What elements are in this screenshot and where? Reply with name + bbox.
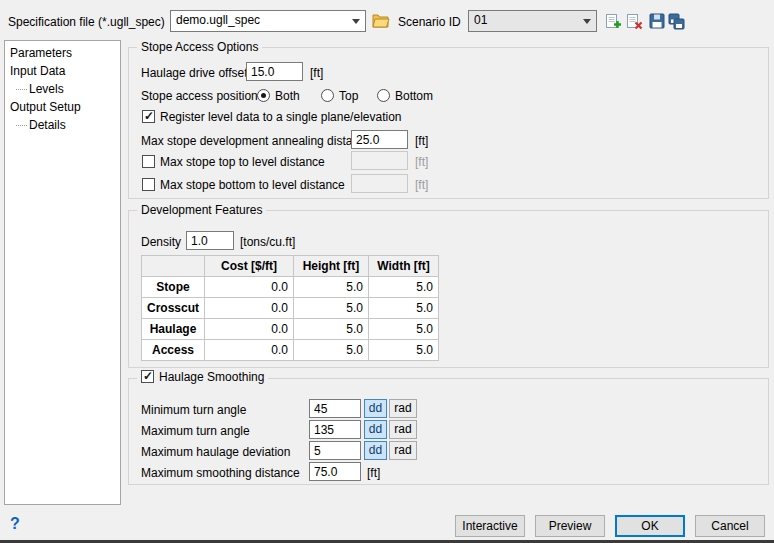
preview-button[interactable]: Preview — [535, 515, 605, 537]
max-stope-top-label: Max stope top to level distance — [160, 155, 325, 169]
help-icon[interactable]: ? — [10, 515, 20, 533]
radio-both-label: Both — [275, 89, 300, 103]
sidebar-item-details[interactable]: Details — [5, 116, 120, 134]
cancel-button[interactable]: Cancel — [695, 515, 765, 537]
density-unit: [tons/cu.ft] — [240, 235, 295, 249]
radio-top[interactable] — [321, 89, 334, 102]
radio-bottom[interactable] — [377, 89, 390, 102]
corner-header-cell — [142, 256, 205, 277]
sidebar-item-label: Details — [29, 118, 66, 132]
height-cell[interactable]: 5.0 — [294, 298, 369, 319]
tree-connector — [16, 125, 27, 126]
density-label: Density — [141, 235, 181, 249]
sidebar-item-label: Output Setup — [10, 100, 81, 114]
sidebar-item-levels[interactable]: Levels — [5, 80, 120, 98]
open-folder-icon[interactable] — [372, 13, 390, 30]
max-stope-bottom-checkbox[interactable] — [142, 178, 155, 191]
annealing-distance-input[interactable] — [351, 130, 408, 149]
height-cell[interactable]: 5.0 — [294, 319, 369, 340]
chevron-down-icon — [583, 19, 591, 24]
min-turn-angle-label: Minimum turn angle — [141, 403, 246, 417]
haulage-drive-offset-unit: [ft] — [310, 66, 323, 80]
max-haulage-deviation-input[interactable] — [309, 441, 361, 460]
max-turn-angle-label: Maximum turn angle — [141, 424, 250, 438]
radio-top-label: Top — [339, 89, 358, 103]
max-stope-top-unit: [ft] — [415, 155, 428, 169]
save-icon[interactable] — [649, 13, 667, 30]
table-row: Stope 0.0 5.0 5.0 — [142, 277, 439, 298]
cost-cell[interactable]: 0.0 — [205, 340, 294, 361]
table-row: Haulage 0.0 5.0 5.0 — [142, 319, 439, 340]
scenario-id-label: Scenario ID — [398, 15, 461, 29]
sidebar-item-parameters[interactable]: Parameters — [5, 44, 120, 62]
max-stope-top-checkbox[interactable] — [142, 155, 155, 168]
max-haulage-deviation-dd-button[interactable]: dd — [364, 441, 387, 460]
tree-connector — [16, 89, 27, 90]
width-cell[interactable]: 5.0 — [369, 277, 439, 298]
register-level-checkbox[interactable] — [142, 110, 155, 123]
haulage-smoothing-group: Haulage Smoothing Minimum turn angle dd … — [128, 378, 769, 485]
height-cell[interactable]: 5.0 — [294, 277, 369, 298]
new-scenario-icon[interactable] — [605, 13, 623, 30]
min-turn-angle-input[interactable] — [309, 399, 361, 418]
save-all-icon[interactable] — [668, 13, 686, 30]
haulage-smoothing-title: Haulage Smoothing — [159, 370, 264, 384]
sidebar-item-output-setup[interactable]: Output Setup — [5, 98, 120, 116]
annealing-distance-unit: [ft] — [415, 134, 428, 148]
height-header-cell: Height [ft] — [294, 256, 369, 277]
max-stope-top-input — [351, 151, 408, 170]
min-turn-angle-dd-button[interactable]: dd — [364, 399, 387, 418]
width-header-cell: Width [ft] — [369, 256, 439, 277]
scenario-id-value: 01 — [474, 13, 487, 27]
max-turn-angle-input[interactable] — [309, 420, 361, 439]
width-cell[interactable]: 5.0 — [369, 319, 439, 340]
dialog: Specification file (*.ugll_spec) demo.ug… — [0, 0, 774, 543]
max-smoothing-distance-input[interactable] — [309, 462, 361, 481]
haulage-drive-offset-label: Haulage drive offset — [141, 66, 248, 80]
table-row: Access 0.0 5.0 5.0 — [142, 340, 439, 361]
cost-cell[interactable]: 0.0 — [205, 319, 294, 340]
density-input[interactable] — [186, 231, 234, 250]
max-smoothing-distance-label: Maximum smoothing distance — [141, 466, 300, 480]
row-label: Access — [142, 340, 205, 361]
navigation-tree: Parameters Input Data Levels Output Setu… — [4, 40, 121, 505]
group-title: Haulage Smoothing — [137, 370, 268, 386]
register-level-label: Register level data to a single plane/el… — [160, 110, 402, 124]
development-table: Cost [$/ft] Height [ft] Width [ft] Stope… — [141, 255, 439, 361]
cost-header-cell: Cost [$/ft] — [205, 256, 294, 277]
haulage-smoothing-checkbox[interactable] — [141, 370, 154, 383]
min-turn-angle-rad-button[interactable]: rad — [389, 399, 417, 418]
annealing-distance-label: Max stope development annealing distance — [141, 134, 372, 148]
sidebar-item-label: Input Data — [10, 64, 65, 78]
max-turn-angle-dd-button[interactable]: dd — [364, 420, 387, 439]
ok-button[interactable]: OK — [615, 515, 685, 537]
cost-cell[interactable]: 0.0 — [205, 298, 294, 319]
max-stope-bottom-input — [351, 174, 408, 193]
max-smoothing-distance-unit: [ft] — [367, 466, 380, 480]
spec-file-combobox[interactable]: demo.ugll_spec — [170, 10, 366, 32]
max-haulage-deviation-label: Maximum haulage deviation — [141, 445, 290, 459]
scenario-id-combobox[interactable]: 01 — [468, 10, 597, 32]
height-cell[interactable]: 5.0 — [294, 340, 369, 361]
max-haulage-deviation-rad-button[interactable]: rad — [389, 441, 417, 460]
haulage-drive-offset-input[interactable] — [246, 62, 303, 81]
radio-both[interactable] — [257, 89, 270, 102]
spec-file-label: Specification file (*.ugll_spec) — [8, 15, 165, 29]
width-cell[interactable]: 5.0 — [369, 340, 439, 361]
max-stope-bottom-label: Max stope bottom to level distance — [160, 178, 345, 192]
interactive-button[interactable]: Interactive — [455, 515, 525, 537]
cost-cell[interactable]: 0.0 — [205, 277, 294, 298]
group-title: Stope Access Options — [137, 40, 262, 54]
row-label: Stope — [142, 277, 205, 298]
sidebar-item-input-data[interactable]: Input Data — [5, 62, 120, 80]
radio-bottom-label: Bottom — [395, 89, 433, 103]
spec-file-value: demo.ugll_spec — [176, 13, 260, 27]
development-features-group: Development Features Density [tons/cu.ft… — [128, 210, 769, 368]
table-header-row: Cost [$/ft] Height [ft] Width [ft] — [142, 256, 439, 277]
max-turn-angle-rad-button[interactable]: rad — [389, 420, 417, 439]
chevron-down-icon — [352, 19, 360, 24]
delete-scenario-icon[interactable] — [626, 13, 644, 30]
sidebar-item-label: Parameters — [10, 46, 72, 60]
max-stope-bottom-unit: [ft] — [415, 178, 428, 192]
width-cell[interactable]: 5.0 — [369, 298, 439, 319]
